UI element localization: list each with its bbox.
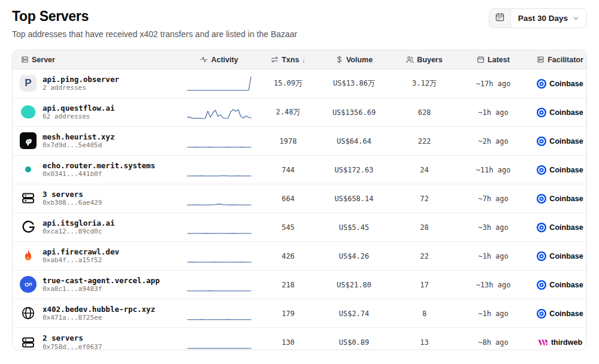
txns-value: 664 — [264, 195, 312, 203]
table-row[interactable]: 3 servers0xb308...6ae429664US$658.1472~7… — [13, 184, 586, 213]
server-name: x402.bedev.hubble-rpc.xyz — [43, 305, 155, 314]
txns-value: 15.09万 — [264, 78, 312, 89]
facilitator-label: Coinbase — [549, 80, 583, 88]
buyers-value: 28 — [396, 223, 453, 232]
latest-value: ~17h ago — [453, 80, 534, 88]
facilitator-label: thirdweb — [551, 338, 582, 347]
buyers-value: 24 — [396, 166, 453, 174]
activity-sparkline — [186, 161, 252, 179]
facilitator-label: Coinbase — [549, 223, 583, 232]
firecrawl-flame-icon — [20, 247, 37, 264]
buyers-value: 222 — [396, 137, 453, 145]
buyers-value: 8 — [396, 310, 453, 318]
facilitator-badge: Coinbase — [534, 280, 586, 290]
page-title: Top Servers — [12, 8, 297, 25]
txns-value: 2.48万 — [264, 107, 312, 117]
column-header-activity[interactable]: Activity — [174, 56, 264, 64]
table-row[interactable]: x402.bedev.hubble-rpc.xyz0x471a...8725ee… — [13, 299, 586, 328]
date-range-dropdown[interactable]: Past 30 Days — [511, 9, 586, 28]
server-group-icon — [20, 190, 37, 207]
coinbase-logo-icon — [537, 136, 546, 146]
date-range-control[interactable]: Past 30 Days — [489, 8, 587, 28]
column-header-latest[interactable]: Latest — [453, 56, 534, 64]
calendar-icon — [477, 56, 485, 63]
server-subtitle: 0xca12...89cd0c — [43, 228, 114, 236]
facilitator-label: Coinbase — [549, 310, 583, 318]
txns-value: 179 — [264, 310, 312, 318]
activity-sparkline — [186, 104, 252, 122]
coinbase-logo-icon — [537, 108, 546, 117]
table-row[interactable]: 2 servers0x758d...ef0637130US$0.8913~8h … — [13, 328, 586, 350]
table-row[interactable]: api.questflow.ai62 addresses2.48万US$1356… — [13, 98, 586, 127]
facilitator-badge: Coinbase — [534, 223, 586, 232]
activity-cell — [174, 132, 264, 150]
activity-cell — [174, 104, 264, 122]
calendar-icon — [495, 13, 504, 24]
activity-sparkline — [186, 305, 252, 323]
txns-value: 218 — [264, 281, 312, 289]
table-row[interactable]: Ontrue-cast-agent.vercel.app0xa8c1...a94… — [13, 271, 586, 299]
txns-value: 744 — [264, 166, 312, 174]
date-range-label: Past 30 Days — [518, 14, 568, 23]
buyers-value: 628 — [396, 108, 453, 117]
buyers-value: 22 — [396, 252, 453, 260]
facilitator-badge: Coinbase — [534, 251, 586, 261]
server-subtitle: 2 addresses — [43, 84, 119, 92]
activity-cell — [174, 161, 264, 179]
facilitator-badge: thirdweb — [534, 338, 586, 347]
column-header-facilitator[interactable]: Facilitator — [534, 56, 586, 64]
calendar-button[interactable] — [489, 9, 511, 28]
facilitator-label: Coinbase — [549, 137, 583, 145]
server-name: api.firecrawl.dev — [43, 247, 119, 257]
column-header-buyers[interactable]: Buyers — [396, 56, 453, 64]
coinbase-logo-icon — [537, 280, 546, 290]
activity-sparkline — [186, 190, 252, 208]
activity-sparkline — [186, 132, 252, 150]
server-name: api.itsgloria.ai — [43, 219, 114, 228]
pingobserver-logo-icon: P — [20, 75, 37, 92]
activity-sparkline — [186, 75, 252, 93]
table-row[interactable]: echo.router.merit.systems0x0341...441b0f… — [13, 156, 586, 184]
server-group-icon — [20, 334, 37, 350]
facilitator-badge: Coinbase — [534, 165, 586, 175]
server-subtitle: 0x758d...ef0637 — [43, 343, 102, 350]
users-icon — [406, 56, 414, 63]
server-name: mesh.heurist.xyz — [43, 132, 114, 142]
latest-value: ~1h ago — [453, 252, 534, 260]
column-header-txns[interactable]: Txns↓ — [264, 56, 312, 64]
server-subtitle: 0xb308...6ae429 — [43, 199, 102, 207]
coinbase-logo-icon — [537, 309, 546, 318]
server-name: true-cast-agent.vercel.app — [43, 276, 160, 286]
activity-sparkline — [186, 219, 252, 236]
server-cell: Papi.ping.observer2 addresses — [13, 75, 174, 93]
server-subtitle: 0x7d9d...5e405d — [43, 141, 114, 150]
heurist-logo-icon: φ — [20, 132, 37, 149]
server-name: 2 servers — [43, 333, 102, 343]
chevron-down-icon — [573, 13, 579, 24]
top-servers-page: Top Servers Top addresses that have rece… — [0, 0, 599, 350]
txns-value: 1978 — [264, 137, 312, 145]
volume-value: US$5.45 — [312, 223, 396, 232]
globe-icon — [20, 305, 37, 321]
coinbase-logo-icon — [537, 251, 546, 261]
activity-cell — [174, 276, 264, 294]
page-header: Top Servers Top addresses that have rece… — [12, 8, 587, 39]
column-header-volume[interactable]: Volume — [312, 56, 396, 64]
latest-value: ~1h ago — [453, 108, 534, 117]
server-subtitle: 62 addresses — [43, 113, 114, 121]
buyers-value: 17 — [396, 281, 453, 289]
facilitator-badge: Coinbase — [534, 309, 586, 318]
coinbase-logo-icon — [537, 194, 546, 204]
table-row[interactable]: api.itsgloria.ai0xca12...89cd0c545US$5.4… — [13, 213, 586, 242]
column-header-server[interactable]: Server — [13, 56, 174, 64]
table-header-row: ServerActivityTxns↓VolumeBuyersLatestFac… — [13, 50, 586, 69]
volume-value: US$0.89 — [312, 338, 396, 347]
volume-value: US$658.14 — [312, 195, 396, 203]
server-subtitle: 0x0341...441b0f — [43, 170, 155, 178]
table-row[interactable]: Papi.ping.observer2 addresses15.09万US$13… — [13, 69, 586, 98]
table-row[interactable]: api.firecrawl.dev0xab4f...a15f52426US$4.… — [13, 242, 586, 271]
sort-direction-indicator: ↓ — [302, 56, 305, 63]
facilitator-badge: Coinbase — [534, 194, 586, 204]
txns-value: 130 — [264, 338, 312, 347]
table-row[interactable]: φmesh.heurist.xyz0x7d9d...5e405d1978US$6… — [13, 127, 586, 156]
